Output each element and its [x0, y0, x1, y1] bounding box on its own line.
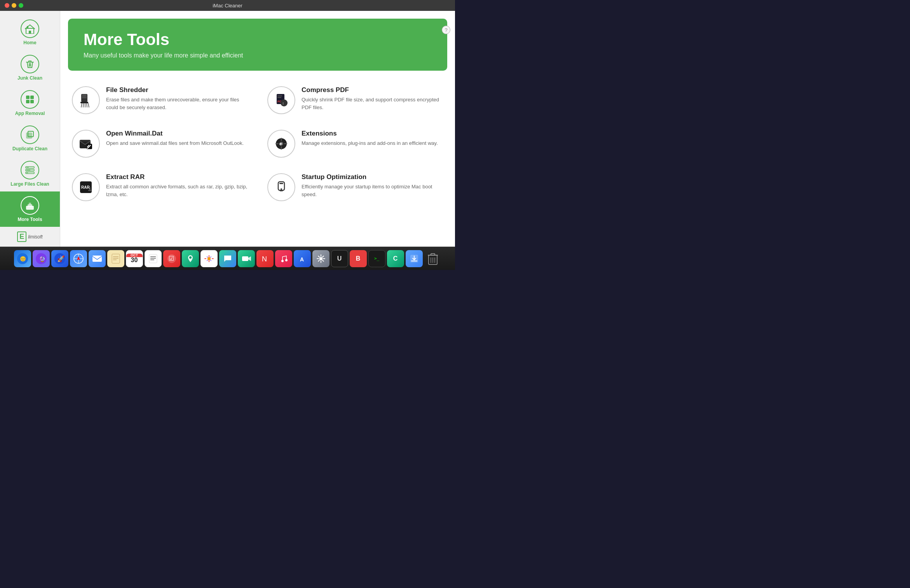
terminal-prompt: >_: [374, 256, 379, 261]
svg-rect-12: [26, 167, 29, 168]
tool-item-file-shredder[interactable]: File Shredder Erase files and make them …: [68, 82, 252, 118]
sidebar-item-app-removal[interactable]: App Removal: [0, 85, 60, 121]
open-winmail-title: Open Winmail.Dat: [106, 130, 244, 137]
svg-text:A: A: [300, 256, 304, 263]
svg-text:🔮: 🔮: [39, 256, 46, 263]
tool-item-open-winmail[interactable]: Open Winmail.Dat Open and save winmail.d…: [68, 126, 252, 162]
extensions-title: Extensions: [302, 130, 438, 137]
compress-pdf-title: Compress PDF: [302, 86, 443, 94]
sidebar-item-home[interactable]: Home: [0, 15, 60, 50]
svg-rect-14: [26, 173, 28, 173]
startup-optimization-icon: [267, 173, 295, 201]
svg-text:↕: ↕: [282, 101, 284, 105]
file-shredder-desc: Erase files and make them unrecoverable,…: [106, 96, 248, 111]
maximize-button[interactable]: [19, 3, 23, 8]
svg-rect-2: [27, 26, 28, 28]
large-files-clean-icon: [21, 161, 39, 179]
svg-rect-17: [29, 203, 31, 205]
elimisoft-e: E: [17, 231, 26, 242]
tool-item-compress-pdf[interactable]: PDF ↕ Compress PDF Quickly shrink PDF fi…: [263, 82, 447, 118]
extract-rar-icon: RAR ↓: [72, 173, 100, 201]
dock-item-photos[interactable]: [200, 250, 218, 267]
dock-item-reminders[interactable]: ☑: [163, 250, 180, 267]
dock-item-news[interactable]: N: [256, 250, 274, 267]
extensions-desc: Manage extensions, plug-ins and add-ons …: [302, 139, 438, 147]
open-winmail-icon: [72, 130, 100, 158]
dock-item-siri[interactable]: 🔮: [33, 250, 50, 267]
svg-point-65: [189, 256, 192, 259]
tool-item-extensions[interactable]: e Extensions Manage extensions, plug-ins…: [263, 126, 447, 162]
sidebar-item-junk-clean-label: Junk Clean: [17, 75, 42, 81]
dock-item-mail[interactable]: [89, 250, 106, 267]
page-title: More Tools: [84, 30, 432, 49]
svg-point-27: [281, 99, 288, 106]
dock-item-launchpad[interactable]: 🚀: [51, 250, 68, 267]
app-removal-icon: [21, 90, 39, 109]
sidebar-item-more-tools[interactable]: More Tools: [0, 191, 60, 227]
startup-optimization-desc: Efficiently manage your startup items to…: [302, 183, 443, 198]
traffic-lights: [5, 3, 23, 8]
svg-text:😊: 😊: [20, 256, 26, 262]
sidebar-item-duplicate-clean[interactable]: Duplicate Clean: [0, 121, 60, 156]
svg-rect-25: [277, 97, 281, 98]
svg-rect-1: [29, 31, 31, 34]
svg-rect-41: [279, 183, 283, 184]
svg-rect-4: [30, 96, 34, 99]
sidebar-item-large-files-clean[interactable]: Large Files Clean: [0, 156, 60, 191]
tool-item-extract-rar[interactable]: RAR ↓ Extract RAR Extract all common arc…: [68, 169, 252, 205]
tools-grid: File Shredder Erase files and make them …: [68, 82, 447, 205]
file-shredder-info: File Shredder Erase files and make them …: [106, 86, 248, 111]
dock-item-appstore[interactable]: A: [294, 250, 311, 267]
dock-item-ubar[interactable]: U: [331, 250, 348, 267]
open-winmail-info: Open Winmail.Dat Open and save winmail.d…: [106, 130, 244, 147]
dock-item-finder[interactable]: 😊: [14, 250, 31, 267]
svg-rect-43: [280, 190, 283, 191]
titlebar: iMac Cleaner: [0, 0, 455, 11]
extract-rar-desc: Extract all common archive formats, such…: [106, 183, 248, 198]
dock-item-ccleaner[interactable]: C: [387, 250, 404, 267]
sidebar-item-large-files-clean-label: Large Files Clean: [10, 181, 49, 187]
window-title: iMac Cleaner: [213, 3, 242, 9]
elimisoft-logo: E limisoft: [12, 227, 47, 247]
dock-item-music[interactable]: [275, 250, 292, 267]
dock-item-facetime[interactable]: [238, 250, 255, 267]
help-button[interactable]: ?: [442, 26, 450, 34]
dock-item-terminal[interactable]: >_: [368, 250, 385, 267]
dock-item-notes[interactable]: [107, 250, 124, 267]
dock-item-bettertouchtool[interactable]: B: [350, 250, 367, 267]
svg-rect-55: [112, 254, 120, 263]
dock-item-system-preferences[interactable]: [312, 250, 329, 267]
svg-rect-5: [26, 100, 30, 103]
dock-item-downloads[interactable]: [406, 250, 423, 267]
minimize-button[interactable]: [12, 3, 16, 8]
tool-item-startup-optimization[interactable]: Startup Optimization Efficiently manage …: [263, 169, 447, 205]
file-shredder-title: File Shredder: [106, 86, 248, 94]
dock-item-trash[interactable]: [424, 250, 441, 267]
extract-rar-info: Extract RAR Extract all common archive f…: [106, 173, 248, 198]
dock-item-textedit[interactable]: [145, 250, 162, 267]
dock-item-safari[interactable]: [70, 250, 87, 267]
sidebar-item-junk-clean[interactable]: Junk Clean: [0, 50, 60, 85]
svg-text:e: e: [279, 141, 282, 146]
sidebar-item-more-tools-label: More Tools: [17, 217, 42, 222]
home-icon: [21, 19, 39, 38]
dock-item-maps[interactable]: [182, 250, 199, 267]
svg-text:↓: ↓: [89, 185, 91, 191]
svg-point-42: [281, 188, 282, 190]
more-tools-icon: [21, 196, 39, 215]
sidebar-item-home-label: Home: [23, 40, 36, 45]
startup-optimization-info: Startup Optimization Efficiently manage …: [302, 173, 443, 198]
svg-rect-19: [82, 95, 87, 96]
dock-item-messages[interactable]: [219, 250, 236, 267]
svg-rect-59: [149, 254, 157, 263]
svg-rect-20: [82, 96, 87, 97]
compress-pdf-info: Compress PDF Quickly shrink PDF file siz…: [302, 86, 443, 111]
svg-point-69: [281, 260, 284, 262]
close-button[interactable]: [5, 3, 9, 8]
svg-rect-39: [88, 190, 91, 191]
ubar-letter: U: [337, 255, 342, 262]
extensions-info: Extensions Manage extensions, plug-ins a…: [302, 130, 438, 147]
dock-item-calendar[interactable]: OCT 30: [126, 250, 143, 267]
svg-rect-6: [30, 100, 34, 103]
extensions-icon: e: [267, 130, 295, 158]
